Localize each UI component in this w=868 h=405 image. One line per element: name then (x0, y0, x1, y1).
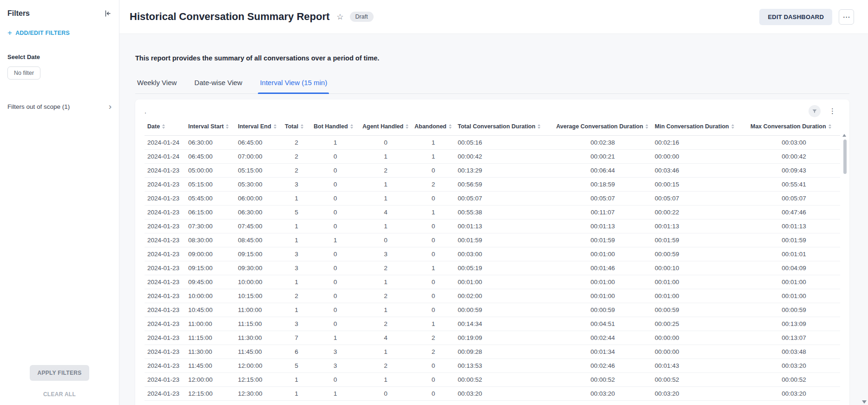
table-cell: 0 (412, 387, 455, 401)
table-row[interactable]: 2024-01-2312:00:0012:15:00101000:00:5200… (145, 373, 840, 387)
table-row[interactable]: 2024-01-2312:45:0013:00:00330002:06:1100… (145, 401, 840, 405)
column-label: Min Conversation Duration (655, 123, 729, 130)
more-options-button[interactable]: ⋯ (839, 9, 854, 25)
column-header[interactable]: Total (282, 120, 311, 136)
sort-icon[interactable] (162, 124, 165, 129)
column-header[interactable]: Min Conversation Duration (652, 120, 748, 136)
table-cell: 11:45:00 (185, 359, 235, 373)
table-cell: 00:19:09 (455, 331, 553, 345)
table-row[interactable]: 2024-01-2406:30:0006:45:00210100:05:1600… (145, 136, 840, 150)
date-filter-group: Seelct Date No filter (7, 53, 112, 80)
table-row[interactable]: 2024-01-2311:45:0012:00:00532000:13:5300… (145, 359, 840, 373)
sort-icon[interactable] (350, 124, 353, 129)
table-cell: 2024-01-23 (145, 275, 185, 289)
sort-icon[interactable] (449, 124, 452, 129)
table-cell: 00:00:52 (652, 373, 748, 387)
table-scroll-up-icon[interactable] (842, 134, 846, 137)
table-row[interactable]: 2024-01-2311:30:0011:45:00631200:09:2800… (145, 345, 840, 359)
sort-icon[interactable] (645, 124, 648, 129)
widget-title: . (145, 107, 146, 115)
table-cell: 0 (311, 373, 360, 387)
table-filter-icon[interactable] (809, 105, 821, 117)
table-cell: 1 (360, 150, 412, 164)
sort-icon[interactable] (829, 124, 831, 129)
table-cell: 00:09:28 (455, 345, 553, 359)
table-cell: 00:03:46 (652, 164, 748, 178)
table-row[interactable]: 2024-01-2310:45:0011:00:00101000:00:5900… (145, 303, 840, 317)
table-cell: 1 (311, 387, 360, 401)
sort-icon[interactable] (731, 124, 734, 129)
table-cell: 00:04:51 (553, 317, 652, 331)
table-cell: 0 (311, 206, 360, 219)
table-cell: 00:00:10 (652, 261, 748, 275)
collapse-sidebar-icon[interactable] (104, 10, 112, 17)
table-cell: 09:45:00 (185, 275, 235, 289)
column-header[interactable]: Max Conversation Duration (748, 120, 840, 136)
table-row[interactable]: 2024-01-2305:45:0006:00:00101000:05:0700… (145, 192, 840, 206)
table-row[interactable]: 2024-01-2307:30:0007:45:00101000:01:1300… (145, 219, 840, 233)
column-header[interactable]: Agent Handled (360, 120, 412, 136)
edit-dashboard-button[interactable]: EDIT DASHBOARD (759, 9, 832, 25)
table-cell: 00:03:00 (748, 136, 840, 150)
page-title: Historical Conversation Summary Report (130, 11, 329, 23)
filters-out-of-scope-row[interactable]: Filters out of scope (1) › (7, 103, 112, 111)
table-row[interactable]: 2024-01-2312:15:0012:30:00110000:03:2000… (145, 387, 840, 401)
table-row[interactable]: 2024-01-2309:00:0009:15:00303000:03:0000… (145, 247, 840, 261)
column-header[interactable]: Interval End (235, 120, 282, 136)
column-header[interactable]: Abandoned (412, 120, 455, 136)
table-cell: 1 (360, 345, 412, 359)
table-row[interactable]: 2024-01-2311:15:0011:30:00714200:19:0900… (145, 331, 840, 345)
table-cell: 00:13:07 (748, 331, 840, 345)
star-icon[interactable]: ☆ (336, 12, 343, 22)
page-scroll-down-icon[interactable] (862, 400, 867, 404)
table-cell: 02:06:11 (455, 401, 553, 405)
add-edit-filters-link[interactable]: + ADD/EDIT FILTERS (7, 29, 112, 37)
column-label: Total (285, 123, 298, 130)
column-header[interactable]: Average Conversation Duration (553, 120, 652, 136)
table-cell: 00:03:20 (553, 387, 652, 401)
table-cell: 2024-01-23 (145, 261, 185, 275)
sort-icon[interactable] (538, 124, 540, 129)
table-cell: 00:05:07 (553, 192, 652, 206)
table-cell: 2024-01-23 (145, 247, 185, 261)
column-header[interactable]: Bot Handled (311, 120, 360, 136)
table-cell: 07:30:00 (185, 219, 235, 233)
tab-weekly-view[interactable]: Weekly View (135, 79, 178, 93)
apply-filters-button[interactable]: APPLY FILTERS (30, 365, 89, 381)
table-cell: 0 (311, 275, 360, 289)
sort-icon[interactable] (301, 124, 303, 129)
column-header[interactable]: Interval Start (185, 120, 235, 136)
table-cell: 00:00:52 (553, 373, 652, 387)
tab-interval-view-15-min[interactable]: Interval View (15 min) (258, 79, 329, 93)
table-row[interactable]: 2024-01-2305:15:0005:30:00301200:56:5900… (145, 178, 840, 192)
table-cell: 11:30:00 (235, 331, 282, 345)
table-row[interactable]: 2024-01-2309:15:0009:30:00302100:05:1900… (145, 261, 840, 275)
table-row[interactable]: 2024-01-2308:30:0008:45:00110000:01:5900… (145, 233, 840, 247)
sort-icon[interactable] (226, 124, 229, 129)
table-cell: 2024-01-23 (145, 303, 185, 317)
table-cell: 2024-01-23 (145, 331, 185, 345)
table-cell: 00:01:59 (748, 233, 840, 247)
table-row[interactable]: 2024-01-2309:45:0010:00:00101000:01:0000… (145, 275, 840, 289)
table-row[interactable]: 2024-01-2311:00:0011:15:00302100:14:3400… (145, 317, 840, 331)
table-row[interactable]: 2024-01-2310:00:0010:15:00202000:02:0000… (145, 289, 840, 303)
table-cell: 00:00:13 (652, 401, 748, 405)
sort-icon[interactable] (274, 124, 276, 129)
tab-date-wise-view[interactable]: Date-wise View (192, 79, 244, 93)
main-area: Historical Conversation Summary Report ☆… (119, 0, 868, 405)
table-cell: 00:01:00 (652, 289, 748, 303)
table-cell: 3 (282, 178, 311, 192)
sort-icon[interactable] (406, 124, 408, 129)
clear-all-button[interactable]: CLEAR ALL (0, 391, 119, 398)
table-row[interactable]: 2024-01-2406:45:0007:00:00201100:00:4200… (145, 150, 840, 164)
column-header[interactable]: Date (145, 120, 185, 136)
column-label: Max Conversation Duration (750, 123, 826, 130)
table-row[interactable]: 2024-01-2305:00:0005:15:00202000:13:2900… (145, 164, 840, 178)
table-scrollbar-thumb[interactable] (843, 139, 847, 174)
column-header[interactable]: Total Conversation Duration (455, 120, 553, 136)
kebab-menu-icon[interactable]: ⋮ (828, 107, 837, 115)
table-row[interactable]: 2024-01-2306:15:0006:30:00504100:55:3800… (145, 206, 840, 219)
no-filter-chip[interactable]: No filter (7, 66, 40, 80)
table-cell: 11:45:00 (235, 345, 282, 359)
table-cell: 3 (282, 401, 311, 405)
